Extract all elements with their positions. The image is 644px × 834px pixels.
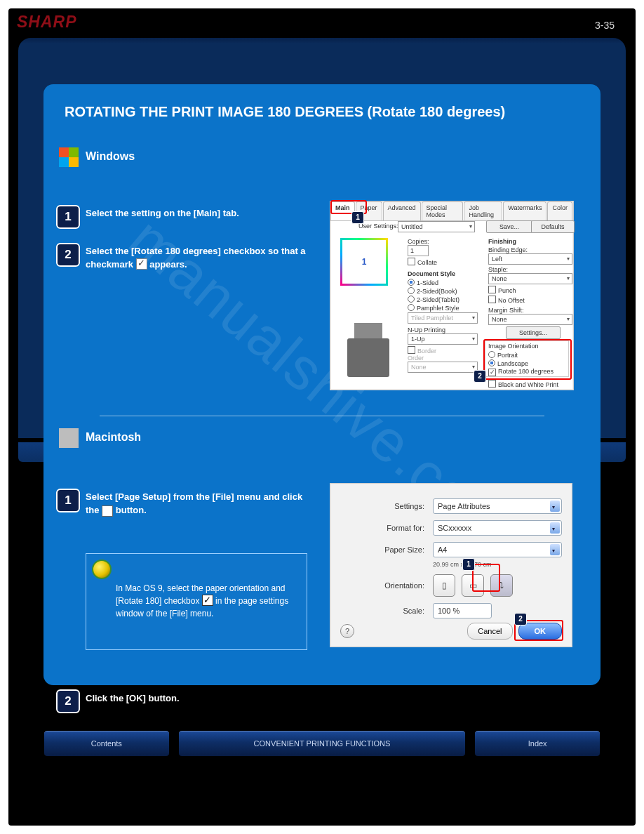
note-box: In Mac OS 9, select the paper orientatio… [86, 553, 307, 650]
index-button[interactable]: Index [474, 730, 601, 757]
content-card: manualshive.com ROTATING THE PRINT IMAGE… [43, 84, 601, 685]
step-1-bold: Select the setting on the [Main] tab. [86, 208, 239, 218]
tab-color[interactable]: Color [547, 201, 572, 220]
highlight-orientation [483, 339, 572, 380]
printer-illustration [340, 307, 396, 377]
tab-job[interactable]: Job Handling [464, 201, 502, 220]
bottom-buttons: Contents CONVENIENT PRINTING FUNCTIONS I… [43, 730, 601, 757]
mac-settings-label: Settings: [340, 502, 433, 510]
step-2-badge: 2 [56, 243, 80, 267]
mac-paper-label: Paper Size: [340, 545, 433, 554]
no-offset-check[interactable]: No Offset [488, 296, 525, 304]
help-button[interactable]: ? [340, 624, 354, 638]
preview-number: 1 [362, 257, 367, 267]
mac-scale-label: Scale: [340, 607, 433, 615]
mac-orient-label: Orientation: [340, 581, 433, 590]
mac-format-dropdown[interactable]: SCxxxxxx [433, 520, 562, 536]
windows-driver-screenshot: Main Paper Advanced Special Modes Job Ha… [330, 201, 574, 390]
staple-label: Staple: [488, 266, 508, 273]
radio-1sided[interactable]: 1-Sided [408, 279, 438, 286]
collate-check[interactable]: Collate [408, 258, 437, 266]
mac-step-1-badge: 1 [56, 489, 80, 512]
mac-callout-2: 2 [514, 613, 527, 626]
callout-2: 2 [474, 370, 486, 383]
section-title: ROTATING THE PRINT IMAGE 180 DEGREES (Ro… [65, 104, 505, 120]
mac-heading: Macintosh [86, 431, 141, 444]
order-label: Order [408, 355, 424, 362]
lightbulb-icon [92, 560, 112, 579]
staple-dropdown[interactable]: None [488, 273, 572, 284]
tab-watermarks[interactable]: Watermarks [503, 201, 546, 220]
mac-settings-dropdown[interactable]: Page Attributes [433, 498, 562, 514]
user-settings-dropdown[interactable]: Untitled [398, 221, 475, 232]
mac-scale-row: Scale: 100 % [340, 603, 562, 618]
radio-2sided-tablet[interactable]: 2-Sided(Tablet) [408, 296, 459, 303]
orient-portrait-button[interactable]: ▯ [433, 574, 455, 597]
mac-icon [59, 428, 79, 448]
flip-icon: ⤵ [102, 505, 113, 517]
mac-callout-1: 1 [462, 558, 475, 571]
margin-shift-dropdown[interactable]: None [488, 314, 572, 325]
mac-step-2-text: Click the [OK] button. [86, 692, 310, 706]
radio-pamphlet[interactable]: Pamphlet Style [408, 304, 459, 312]
mac-settings-row: Settings: Page Attributes [340, 498, 562, 514]
punch-check[interactable]: Punch [488, 286, 516, 294]
doc-style-label: Document Style [408, 270, 455, 277]
border-check[interactable]: Border [408, 346, 436, 355]
copies-label: Copies: [408, 238, 429, 245]
page-number: 3-35 [595, 20, 615, 31]
mac-page-setup-screenshot: Settings: Page Attributes Format for: SC… [330, 483, 572, 647]
section-button[interactable]: CONVENIENT PRINTING FUNCTIONS [178, 730, 467, 757]
page: SHARP 3-35 manualshive.com ROTATING THE … [0, 0, 644, 834]
mac-paper-row: Paper Size: A4 [340, 542, 562, 557]
mac-step-2-badge: 2 [56, 689, 80, 713]
mac-scale-field[interactable]: 100 % [433, 603, 492, 618]
save-button[interactable]: Save... [486, 220, 532, 233]
defaults-button[interactable]: Defaults [531, 220, 575, 233]
contents-button[interactable]: Contents [43, 730, 170, 757]
mac-step2: Click the [OK] button. [86, 693, 180, 703]
step-1-badge: 1 [56, 205, 80, 229]
outer-frame: SHARP 3-35 manualshive.com ROTATING THE … [8, 8, 636, 826]
settings-button[interactable]: Settings... [506, 326, 561, 339]
page-preview: 1 [340, 238, 388, 286]
bw-check[interactable]: Black and White Print [488, 380, 558, 388]
mac-paper-dims-row: 20.99 cm x 29.70 cm [340, 561, 562, 568]
note-checkmark-icon [202, 595, 213, 606]
checkmark-icon [136, 258, 147, 270]
radio-2sided-book[interactable]: 2-Sided(Book) [408, 287, 457, 295]
nup-dropdown[interactable]: 1-Up [408, 333, 478, 345]
step-2-text: Select the [Rotate 180 degrees] checkbox… [86, 245, 310, 272]
mac-step-1-text: Select [Page Setup] from the [File] menu… [86, 491, 310, 517]
nup-label: N-Up Printing [408, 326, 445, 333]
binding-edge-dropdown[interactable]: Left [488, 253, 572, 265]
mac-step1b: button. [116, 505, 147, 515]
tab-special[interactable]: Special Modes [422, 201, 464, 220]
tab-advanced[interactable]: Advanced [383, 201, 421, 220]
highlight-flip-button [472, 564, 500, 592]
mac-format-label: Format for: [340, 524, 433, 532]
windows-icon [59, 147, 79, 167]
separator [100, 416, 544, 416]
order-dropdown[interactable]: None [408, 362, 478, 373]
windows-heading: Windows [86, 150, 135, 163]
step-2b: appears. [149, 259, 187, 270]
copies-field[interactable]: 1 [408, 245, 429, 256]
finishing-label: Finishing [488, 238, 516, 245]
step-1-text: Select the setting on the [Main] tab. [86, 207, 310, 220]
cancel-button[interactable]: Cancel [467, 623, 512, 640]
mac-format-row: Format for: SCxxxxxx [340, 520, 562, 536]
user-settings-label: User Settings: [358, 223, 398, 230]
step-2a: Select the [Rotate 180 degrees] checkbox… [86, 246, 306, 270]
tiled-pamphlet-dropdown[interactable]: Tiled Pamphlet [408, 312, 478, 324]
binding-edge-label: Binding Edge: [488, 246, 528, 253]
brand-logo: SHARP [17, 13, 77, 32]
mac-paper-dropdown[interactable]: A4 [433, 542, 562, 557]
mac-orient-row: Orientation: ▯ ▭ ⤵ [340, 574, 562, 597]
margin-shift-label: Margin Shift: [488, 307, 524, 314]
